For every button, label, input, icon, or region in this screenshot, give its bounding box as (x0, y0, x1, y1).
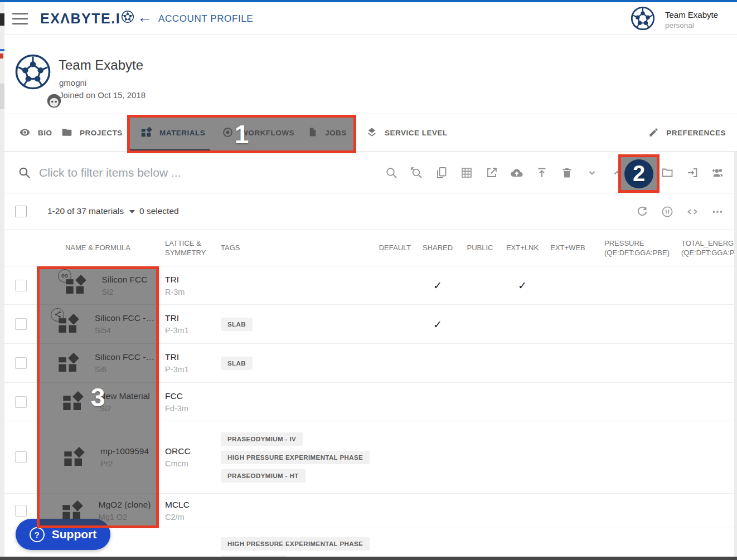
lattice-type: TRI (165, 275, 215, 285)
row-checkbox[interactable] (15, 357, 27, 369)
ext-web-flag (544, 266, 592, 304)
annotation-number-3: 3 (91, 382, 105, 412)
tab-preferences[interactable]: PREFERENCES (648, 114, 726, 152)
profile-summary: Team Exabyte gmogni Joined on Oct 15, 20… (4, 35, 737, 114)
public-flag (459, 305, 501, 343)
tag-chip[interactable]: PRASEODYMIUM - IV (221, 432, 303, 446)
table-row[interactable]: HIGH PRESSURE EXPERIMENTAL PHASE (4, 528, 737, 560)
exabyte-logo[interactable]: EXΛBYTE.I (40, 10, 134, 27)
upload-icon[interactable] (529, 152, 554, 193)
shared-flag (416, 383, 459, 421)
default-flag (374, 344, 416, 382)
ext-web-flag (544, 494, 592, 528)
delete-icon[interactable] (554, 152, 579, 193)
row-checkbox[interactable] (15, 505, 27, 517)
pencil-icon (648, 127, 659, 139)
tab-projects[interactable]: PROJECTS (61, 114, 123, 152)
screenshot-root: EXΛBYTE.I ← ACCOUNT PROFILE Team Exabyte… (0, 0, 737, 560)
col-header-pressure[interactable]: PRESSURE(QE:DFT:GGA:PBE) (592, 230, 676, 266)
public-flag (459, 344, 501, 382)
default-flag (374, 494, 416, 528)
tag-chip[interactable]: SLAB (221, 318, 253, 331)
tab-bio[interactable]: BIO (19, 114, 52, 152)
shared-flag: ✓ (416, 305, 459, 343)
row-checkbox[interactable] (15, 280, 27, 291)
copy-icon[interactable] (429, 152, 454, 193)
lattice-type: MCLC (165, 500, 215, 510)
profile-name: Team Exabyte (59, 57, 143, 73)
row-checkbox[interactable] (15, 396, 27, 408)
annotation-box-1: 1 (127, 115, 356, 153)
tab-service-level[interactable]: SERVICE LEVEL (366, 114, 448, 152)
default-flag (374, 266, 416, 304)
profile-username: gmogni (59, 78, 86, 87)
ext-web-flag (544, 305, 592, 343)
shared-flag (416, 344, 459, 382)
page-title: ACCOUNT PROFILE (158, 13, 253, 25)
sliver-fragment (0, 84, 4, 109)
chevron-down-icon[interactable] (579, 152, 604, 193)
search-icon[interactable] (379, 152, 404, 193)
shared-flag: ✓ (416, 266, 459, 304)
search-icon (18, 166, 31, 182)
bottom-edge-band (0, 557, 737, 560)
scrollbar-track[interactable] (734, 152, 737, 557)
tab-label: SERVICE LEVEL (385, 129, 448, 137)
ext-lnk-flag (501, 383, 544, 421)
filter-input[interactable] (39, 162, 329, 184)
add-people-icon[interactable] (705, 152, 730, 193)
annotation-number-1: 1 (235, 119, 249, 149)
shared-flag (416, 421, 459, 493)
symmetry-group: Cmcm (165, 459, 215, 468)
symmetry-group: C2/m (165, 513, 215, 522)
public-flag (459, 383, 501, 421)
public-flag (459, 421, 501, 493)
tag-chip[interactable]: SLAB (221, 357, 253, 370)
tab-label: BIO (38, 129, 52, 137)
user-account-type: personal (665, 21, 718, 30)
symmetry-group: P-3m1 (165, 365, 215, 374)
chevron-down-icon (129, 210, 135, 213)
ext-lnk-flag (501, 344, 544, 382)
exit-to-app-icon[interactable] (680, 152, 705, 193)
ext-lnk-flag (501, 494, 544, 528)
select-all-checkbox[interactable] (15, 206, 27, 217)
cloud-upload-icon[interactable] (504, 152, 529, 193)
advanced-search-icon[interactable] (404, 152, 429, 193)
col-header-name[interactable]: NAME & FORMULA (37, 230, 159, 266)
more-icon[interactable] (705, 191, 730, 232)
symmetry-group: Fd-3m (165, 404, 215, 413)
lattice-type: FCC (165, 391, 215, 401)
lattice-type: TRI (165, 313, 215, 323)
tag-chip[interactable]: HIGH PRESSURE EXPERIMENTAL PHASE (221, 537, 370, 551)
public-flag (459, 494, 501, 528)
tag-chip[interactable]: PRASEODYMIUM - HT (221, 469, 306, 483)
code-icon[interactable] (680, 191, 705, 232)
top-accent-bar (0, 0, 737, 2)
col-header-ext-web[interactable]: EXT+WEB (544, 230, 592, 266)
col-header-shared[interactable]: SHARED (416, 230, 459, 266)
pause-circle-icon[interactable] (654, 191, 680, 232)
refresh-icon[interactable] (629, 191, 654, 232)
menu-icon[interactable] (12, 13, 28, 25)
table-view-icon[interactable] (454, 152, 479, 193)
col-header-ext-lnk[interactable]: EXT+LNK (501, 230, 544, 266)
tag-chip[interactable]: HIGH PRESSURE EXPERIMENTAL PHASE (221, 451, 370, 464)
row-checkbox[interactable] (15, 451, 27, 463)
col-header-public[interactable]: PUBLIC (459, 230, 501, 266)
open-in-new-icon[interactable] (479, 152, 504, 193)
row-checkbox[interactable] (15, 318, 27, 330)
list-action-icons (629, 193, 730, 230)
lattice-type: ORCC (165, 446, 215, 456)
pagination-range[interactable]: 1-20 of 37 materials (47, 206, 135, 216)
user-block[interactable]: Team Exabyte personal (631, 6, 718, 33)
annotation-box-3: 3 (37, 266, 159, 528)
materials-toolbar (379, 152, 730, 193)
layers-icon (366, 126, 377, 139)
back-arrow-icon[interactable]: ← (137, 9, 152, 26)
col-header-lattice[interactable]: LATTICE &SYMMETRY (159, 230, 215, 266)
col-header-total-energy[interactable]: TOTAL_ENERGY(QE:DFT:GGA:PBE) (676, 230, 737, 266)
annotation-box-2: 2 (618, 154, 660, 193)
col-header-tags[interactable]: TAGS (215, 230, 374, 266)
col-header-default[interactable]: DEFAULT (374, 230, 416, 266)
